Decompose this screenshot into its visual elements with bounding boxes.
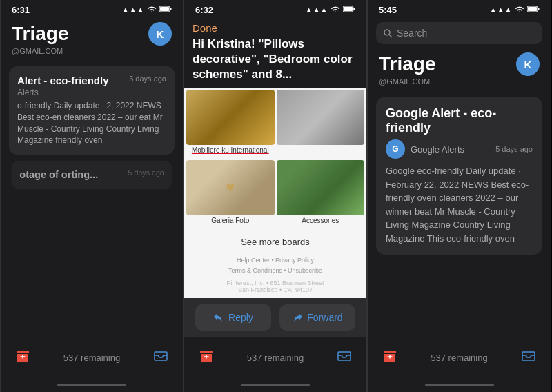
- app-title-3: Triage: [379, 53, 435, 75]
- signal-icon-2: ▲▲▲: [305, 6, 328, 14]
- pin-img-4: [277, 160, 365, 215]
- reply-button[interactable]: Reply: [195, 304, 271, 331]
- pin-caption-3: Galeria Foto: [186, 215, 275, 228]
- svg-rect-9: [528, 7, 537, 11]
- phone-3: 5:45 ▲▲▲ Search Triage K @GMAIL.COM Goog…: [367, 0, 551, 392]
- see-more-boards[interactable]: See more boards: [184, 231, 366, 253]
- remaining-text-3: 537 remaining: [431, 353, 487, 363]
- sender-avatar: G: [386, 139, 405, 159]
- bottom-bar-2: 537 remaining: [184, 337, 366, 378]
- archive-icon-1[interactable]: [14, 348, 31, 368]
- remaining-text-2: 537 remaining: [247, 353, 304, 363]
- inbox-icon-1[interactable]: [152, 348, 169, 368]
- avatar-1[interactable]: K: [148, 22, 172, 46]
- bottom-bar-1: 537 remaining: [1, 337, 183, 378]
- phone-1: 6:31 ▲▲▲ Triage K @GMAIL.COM Alert - eco…: [0, 0, 184, 392]
- email-list-1: Alert - eco-friendly Alerts 5 days ago o…: [1, 61, 183, 337]
- status-time-3: 5:45: [379, 5, 397, 15]
- pin-img-2: [277, 90, 365, 145]
- gmail-label-1: @GMAIL.COM: [12, 47, 172, 55]
- pinterest-content: Mobiliere ku International ♥ Galeria Fot…: [184, 88, 366, 298]
- home-indicator-2: [184, 378, 366, 392]
- remaining-text-1: 537 remaining: [63, 353, 120, 363]
- battery-icon-3: [527, 6, 540, 14]
- archive-icon-3[interactable]: [382, 348, 398, 368]
- pin-4[interactable]: Accessories: [277, 160, 365, 228]
- pin-2[interactable]: [277, 90, 365, 158]
- app-header-3: Triage K @GMAIL.COM: [368, 50, 551, 91]
- status-icons-2: ▲▲▲: [305, 6, 355, 14]
- avatar-3[interactable]: K: [516, 52, 540, 76]
- email-subtitle-1: Alerts: [17, 88, 166, 97]
- signal-icon-3: ▲▲▲: [489, 6, 512, 14]
- home-indicator-3: [368, 378, 551, 392]
- status-bar-1: 6:31 ▲▲▲: [1, 0, 183, 19]
- search-bar-container: Search: [368, 19, 551, 50]
- spacer-3: [368, 260, 551, 337]
- search-icon-3: [383, 28, 393, 38]
- email-subject-2: Hi Kristina! "Pillows decorative", "Bedr…: [193, 34, 358, 85]
- expanded-title: Google Alert - eco-friendly: [386, 106, 533, 135]
- footer-address: Pinterest, Inc. • 651 Brannan Street San…: [184, 278, 366, 297]
- archive-icon-2[interactable]: [198, 348, 215, 368]
- phone-2: 6:32 ▲▲▲ Done Hi Kristina! "Pillows deco…: [184, 0, 367, 392]
- pin-grid: Mobiliere ku International ♥ Galeria Fot…: [184, 88, 366, 231]
- home-indicator-1: [1, 378, 183, 392]
- svg-line-12: [389, 35, 392, 37]
- svg-rect-5: [344, 7, 353, 11]
- inbox-icon-2[interactable]: [336, 348, 353, 368]
- email-body-1: o-friendly Daily update · 2, 2022 NEWS B…: [17, 100, 166, 146]
- bottom-bar-3: 537 remaining: [368, 337, 551, 378]
- email-date-2: 5 days ago: [128, 168, 164, 177]
- search-placeholder: Search: [397, 28, 427, 39]
- reply-label: Reply: [228, 312, 253, 323]
- inbox-icon-3[interactable]: [520, 348, 537, 368]
- sender-date: 5 days ago: [495, 145, 533, 153]
- pin-3[interactable]: ♥ Galeria Foto: [186, 160, 275, 228]
- pin-caption-4: Accessories: [277, 215, 365, 228]
- search-bar[interactable]: Search: [376, 22, 542, 44]
- pin-img-1: [186, 90, 275, 145]
- header-2: Done Hi Kristina! "Pillows decorative", …: [184, 19, 366, 88]
- status-time-2: 6:32: [195, 5, 213, 15]
- svg-rect-3: [17, 351, 29, 353]
- svg-rect-7: [200, 351, 213, 353]
- pin-img-3: ♥: [186, 160, 275, 215]
- email-card-1[interactable]: Alert - eco-friendly Alerts 5 days ago o…: [9, 66, 175, 155]
- pin-caption-1: Mobiliere ku International: [186, 145, 275, 158]
- status-time-1: 6:31: [12, 5, 30, 15]
- svg-rect-1: [160, 7, 169, 11]
- status-bar-3: 5:45 ▲▲▲: [368, 0, 551, 19]
- svg-rect-2: [170, 8, 172, 10]
- battery-icon-2: [343, 6, 355, 14]
- back-button-2[interactable]: Done: [193, 22, 358, 34]
- sender-row: G Google Alerts 5 days ago: [386, 139, 533, 159]
- wifi-icon-2: [331, 6, 340, 14]
- status-bar-2: 6:32 ▲▲▲: [184, 0, 366, 19]
- status-icons-1: ▲▲▲: [121, 6, 172, 14]
- sender-name: Google Alerts: [411, 144, 490, 155]
- pin-caption-2: [277, 145, 365, 150]
- expanded-email-card[interactable]: Google Alert - eco-friendly G Google Ale…: [376, 97, 542, 255]
- pin-1[interactable]: Mobiliere ku International: [186, 90, 275, 158]
- email-date-1: 5 days ago: [129, 75, 166, 83]
- svg-rect-13: [384, 351, 396, 353]
- app-header-1: Triage K @GMAIL.COM: [1, 19, 183, 61]
- svg-point-11: [384, 30, 390, 35]
- email-card-2[interactable]: otage of orting... 5 days ago: [12, 161, 172, 190]
- forward-button[interactable]: Forward: [279, 304, 355, 331]
- footer-links: Help Center • Privacy Policy Terms & Con…: [184, 253, 366, 278]
- wifi-icon-1: [147, 6, 157, 14]
- svg-rect-10: [538, 8, 540, 10]
- expanded-body: Google eco-friendly Daily update · Febru…: [386, 164, 533, 245]
- forward-label: Forward: [307, 312, 342, 323]
- action-bar-2: Reply Forward: [184, 298, 366, 337]
- wifi-icon-3: [515, 6, 524, 14]
- signal-icon-1: ▲▲▲: [121, 6, 144, 14]
- battery-icon-1: [159, 6, 172, 14]
- app-title-1: Triage: [12, 23, 68, 45]
- status-icons-3: ▲▲▲: [489, 6, 540, 14]
- svg-rect-6: [354, 8, 355, 10]
- gmail-label-3: @GMAIL.COM: [379, 77, 540, 86]
